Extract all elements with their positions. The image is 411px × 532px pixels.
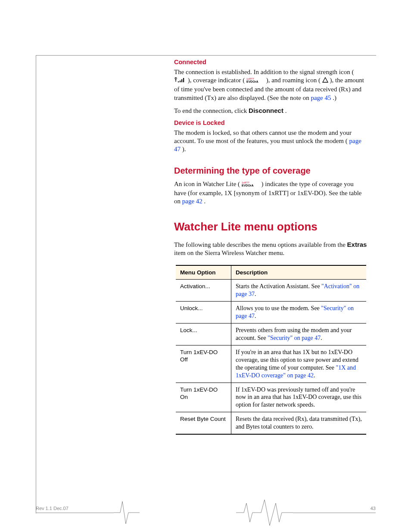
- text: Resets the data received (Rx), data tran…: [236, 416, 362, 430]
- menu-options-table: Menu Option Description Activation...Sta…: [176, 265, 366, 435]
- menu-intro: The following table describes the menu o…: [174, 240, 367, 257]
- text: .: [321, 335, 322, 341]
- svg-text:EVDOrA: EVDOrA: [242, 184, 254, 187]
- text: .: [204, 198, 206, 205]
- text: An icon in Watcher Lite (: [174, 180, 240, 187]
- table-row: Reset Byte CountResets the data received…: [176, 412, 366, 434]
- text: ).: [182, 146, 186, 152]
- menu-option-cell: Lock...: [176, 324, 231, 345]
- heading-coverage: Determining the type of coverage: [174, 166, 367, 176]
- disconnect-label: Disconnect: [249, 107, 283, 114]
- svg-rect-1: [180, 81, 181, 82]
- cross-ref-link[interactable]: "Security" on page 47: [268, 335, 321, 341]
- text: Starts the Activation Assistant. See: [236, 283, 321, 289]
- coverage-indicator-icon: 1xRTT EVDOrA: [242, 181, 260, 189]
- text: The connection is established. In additi…: [174, 68, 354, 75]
- table-row: Unlock...Allows you to use the modem. Se…: [176, 302, 366, 324]
- col-header-option: Menu Option: [176, 265, 231, 280]
- link-page-42[interactable]: page 42: [182, 198, 202, 205]
- signal-strength-icon: [174, 77, 186, 85]
- col-header-description: Description: [231, 265, 367, 280]
- revision-text: Rev 1.1 Dec.07: [36, 506, 68, 511]
- heading-locked: Device is Locked: [174, 119, 367, 126]
- page: Connected The connection is established.…: [0, 0, 411, 532]
- text: .: [314, 372, 315, 379]
- footer-rule-left: [36, 513, 114, 513]
- table-header-row: Menu Option Description: [176, 265, 366, 280]
- svg-point-0: [178, 81, 179, 83]
- table-row: Lock...Prevents others from using the mo…: [176, 324, 366, 345]
- roaming-icon: [322, 77, 328, 85]
- ekg-right-icon: [236, 499, 293, 526]
- menu-option-cell: Unlock...: [176, 302, 231, 324]
- connected-paragraph-1: The connection is established. In additi…: [174, 68, 367, 102]
- body-text-column: Connected The connection is established.…: [174, 55, 367, 435]
- text: ), and roaming icon (: [266, 77, 321, 84]
- table-row: Turn 1xEV-DO OnIf 1xEV-DO was previously…: [176, 383, 366, 412]
- footer-rule-right: [293, 513, 376, 513]
- locked-paragraph: The modem is locked, so that others cann…: [174, 129, 367, 154]
- frame-left-rule: [36, 55, 36, 513]
- menu-description-cell: Resets the data received (Rx), data tran…: [231, 412, 367, 434]
- menu-description-cell: Starts the Activation Assistant. See "Ac…: [231, 280, 367, 302]
- menu-option-cell: Turn 1xEV-DO On: [176, 383, 231, 412]
- page-number: 43: [371, 506, 376, 511]
- heading-connected: Connected: [174, 59, 367, 65]
- menu-option-cell: Reset Byte Count: [176, 412, 231, 434]
- svg-text:EVDOrA: EVDOrA: [246, 80, 258, 83]
- menu-option-cell: Activation...: [176, 280, 231, 302]
- coverage-paragraph: An icon in Watcher Lite ( 1xRTT EVDOrA )…: [174, 180, 367, 206]
- menu-description-cell: If 1xEV-DO was previously turned off and…: [231, 383, 367, 412]
- text: The following table describes the menu o…: [174, 241, 347, 248]
- text: .: [285, 107, 287, 114]
- text: Allows you to use the modem. See: [236, 305, 321, 311]
- coverage-indicator-icon: 1xRTT EVDOrA: [246, 77, 265, 85]
- ekg-left-icon: [114, 499, 140, 526]
- menu-description-cell: Prevents others from using the modem and…: [231, 324, 367, 345]
- table-row: Activation...Starts the Activation Assis…: [176, 280, 366, 302]
- svg-rect-2: [181, 79, 182, 82]
- svg-rect-3: [183, 78, 184, 82]
- menu-description-cell: Allows you to use the modem. See "Securi…: [231, 302, 367, 324]
- menu-option-cell: Turn 1xEV-DO Off: [176, 345, 231, 383]
- link-page-45[interactable]: page 45: [311, 94, 331, 101]
- menu-description-cell: If you're in an area that has 1X but no …: [231, 345, 367, 383]
- text: If 1xEV-DO was previously turned off and…: [236, 386, 361, 408]
- text: The modem is locked, so that others cann…: [174, 129, 352, 144]
- text: ), coverage indicator (: [188, 77, 245, 84]
- table-row: Turn 1xEV-DO OffIf you're in an area tha…: [176, 345, 366, 383]
- text: .: [255, 313, 256, 319]
- text: .: [255, 291, 256, 297]
- heading-menu-options: Watcher Lite menu options: [174, 220, 367, 233]
- extras-label: Extras: [347, 241, 367, 248]
- text: .): [333, 94, 336, 101]
- connected-paragraph-2: To end the connection, click Disconnect …: [174, 106, 367, 115]
- page-footer: Rev 1.1 Dec.07 43: [0, 499, 411, 529]
- text: To end the connection, click: [174, 107, 249, 114]
- text: item on the Sierra Wireless Watcher menu…: [174, 249, 284, 256]
